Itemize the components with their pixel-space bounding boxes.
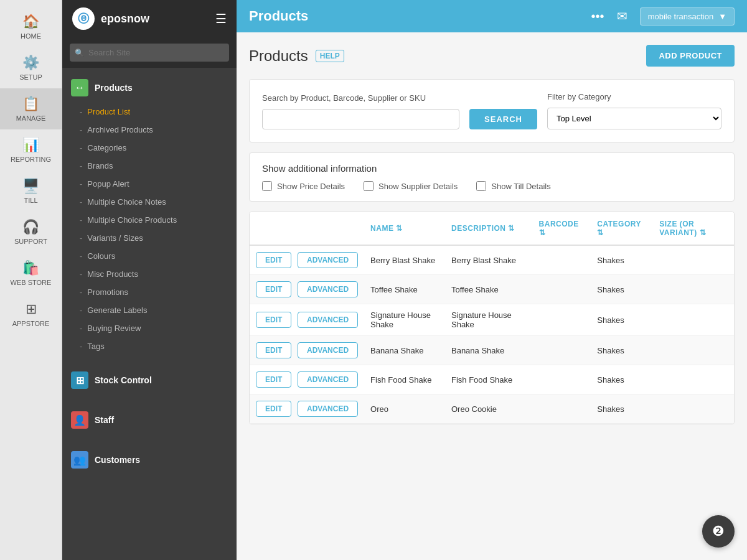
manage-icon: 📋 [22,96,39,112]
advanced-button-1[interactable]: ADVANCED [298,281,358,297]
filter-field: Filter by Category Top Level Shakes Food… [547,92,721,129]
nav-setup-label: SETUP [19,73,42,81]
sidebar-item-misc-products[interactable]: Misc Products [62,265,237,283]
product-size-1 [653,275,734,304]
nav-appstore[interactable]: ⊞ APPSTORE [0,294,62,335]
product-description-4: Fish Food Shake [445,365,533,394]
sidebar-section-products: ↔ Products Product List Archived Product… [62,68,237,360]
sidebar-item-categories[interactable]: Categories [62,139,237,157]
add-product-button[interactable]: ADD PRODUCT [646,45,735,67]
product-category-0: Shakes [591,245,653,275]
price-details-input[interactable] [262,181,272,191]
sidebar-logo: ⓔ eposnow ☰ [62,0,237,37]
sidebar-customers-header[interactable]: 👥 Customers [62,445,237,475]
checkbox-row: Show Price Details Show Supplier Details… [262,181,721,191]
show-price-details-checkbox[interactable]: Show Price Details [262,181,345,191]
home-icon: 🏠 [22,14,39,30]
page-title: Products [249,47,308,65]
sidebar-item-variants[interactable]: Variants / Sizes [62,229,237,247]
nav-till[interactable]: 🖥️ TILL [0,170,62,212]
edit-button-2[interactable]: EDIT [256,312,291,328]
nav-support[interactable]: 🎧 SUPPORT [0,212,62,253]
product-name-4: Fish Food Shake [364,365,445,394]
sidebar-item-colours[interactable]: Colours [62,247,237,265]
product-size-0 [653,245,734,275]
col-name[interactable]: NAME ⇅ [364,212,445,245]
product-barcode-3 [533,336,591,365]
action-cell-4: EDIT ADVANCED [250,365,364,394]
filter-select[interactable]: Top Level Shakes Food Drinks [547,108,721,129]
sidebar-item-popup-alert[interactable]: Popup Alert [62,175,237,193]
product-barcode-4 [533,365,591,394]
product-name-1: Toffee Shake [364,275,445,304]
sidebar-products-header[interactable]: ↔ Products [62,73,237,103]
multiple-choice-products-label: Multiple Choice Products [87,215,177,225]
sidebar-item-brands[interactable]: Brands [62,157,237,175]
table-row: EDIT ADVANCED Banana Shake Banana Shake … [250,336,734,365]
sidebar-item-promotions[interactable]: Promotions [62,283,237,301]
help-link[interactable]: HELP [316,50,344,62]
sidebar-item-buying-review[interactable]: Buying Review [62,319,237,337]
col-size[interactable]: SIZE (OR VARIANT) ⇅ [653,212,734,245]
sidebar-search-input[interactable] [70,44,229,62]
edit-button-5[interactable]: EDIT [256,401,291,417]
advanced-button-4[interactable]: ADVANCED [298,371,358,388]
advanced-button-2[interactable]: ADVANCED [298,312,358,328]
search-field: Search by Product, Barcode, Supplier or … [262,93,459,129]
search-button[interactable]: SEARCH [469,109,537,129]
edit-button-0[interactable]: EDIT [256,252,291,268]
icon-navigation: 🏠 HOME ⚙️ SETUP 📋 MANAGE 📊 REPORTING 🖥️ … [0,0,62,560]
table-header: NAME ⇅ DESCRIPTION ⇅ BARCODE ⇅ CATEGORY … [250,212,734,245]
action-cell-0: EDIT ADVANCED [250,245,364,275]
nav-manage-label: MANAGE [16,114,46,122]
sidebar-item-multiple-choice-products[interactable]: Multiple Choice Products [62,211,237,229]
promotions-label: Promotions [87,287,128,297]
staff-icon: 👤 [71,411,88,429]
hamburger-menu[interactable]: ☰ [215,11,227,26]
product-rows: EDIT ADVANCED Berry Blast Shake Berry Bl… [250,245,734,424]
page-header: Products HELP ADD PRODUCT [249,45,735,67]
nav-setup[interactable]: ⚙️ SETUP [0,47,62,88]
advanced-button-0[interactable]: ADVANCED [298,252,358,268]
sidebar-stock-control-header[interactable]: ⊞ Stock Control [62,365,237,395]
nav-home-label: HOME [21,32,41,40]
supplier-details-label: Show Supplier Details [378,182,458,191]
advanced-button-5[interactable]: ADVANCED [298,401,358,417]
topbar: Products ••• ✉ mobile transaction ▼ [237,0,747,32]
transaction-dropdown[interactable]: mobile transaction ▼ [640,7,735,26]
sidebar-staff-header[interactable]: 👤 Staff [62,405,237,435]
staff-label: Staff [95,415,114,425]
edit-button-4[interactable]: EDIT [256,371,291,388]
advanced-button-3[interactable]: ADVANCED [298,342,358,358]
col-description[interactable]: DESCRIPTION ⇅ [445,212,533,245]
topbar-mail-icon[interactable]: ✉ [617,9,627,24]
setup-icon: ⚙️ [22,55,39,71]
products-table: NAME ⇅ DESCRIPTION ⇅ BARCODE ⇅ CATEGORY … [250,212,734,424]
till-details-input[interactable] [476,181,486,191]
supplier-details-input[interactable] [364,181,374,191]
nav-home[interactable]: 🏠 HOME [0,6,62,47]
search-input[interactable] [262,109,459,129]
col-category[interactable]: CATEGORY ⇅ [591,212,653,245]
topbar-dots[interactable]: ••• [591,9,604,24]
show-supplier-details-checkbox[interactable]: Show Supplier Details [364,181,458,191]
sidebar-item-multiple-choice-notes[interactable]: Multiple Choice Notes [62,193,237,211]
sidebar-section-staff: 👤 Staff [62,400,237,440]
sidebar-item-tags[interactable]: Tags [62,337,237,355]
product-size-5 [653,394,734,424]
sidebar-item-generate-labels[interactable]: Generate Labels [62,301,237,319]
nav-reporting[interactable]: 📊 REPORTING [0,129,62,170]
edit-button-3[interactable]: EDIT [256,342,291,358]
show-till-details-checkbox[interactable]: Show Till Details [476,181,550,191]
nav-reporting-label: REPORTING [11,156,51,163]
product-description-2: Signature House Shake [445,304,533,336]
sidebar-item-product-list[interactable]: Product List [62,103,237,121]
product-category-4: Shakes [591,365,653,394]
sidebar-item-archived-products[interactable]: Archived Products [62,121,237,139]
support-fab-button[interactable]: ❷ [702,515,735,548]
edit-button-1[interactable]: EDIT [256,281,291,297]
col-barcode[interactable]: BARCODE ⇅ [533,212,591,245]
product-barcode-5 [533,394,591,424]
nav-manage[interactable]: 📋 MANAGE [0,88,62,129]
nav-webstore[interactable]: 🛍️ WEB STORE [0,253,62,294]
